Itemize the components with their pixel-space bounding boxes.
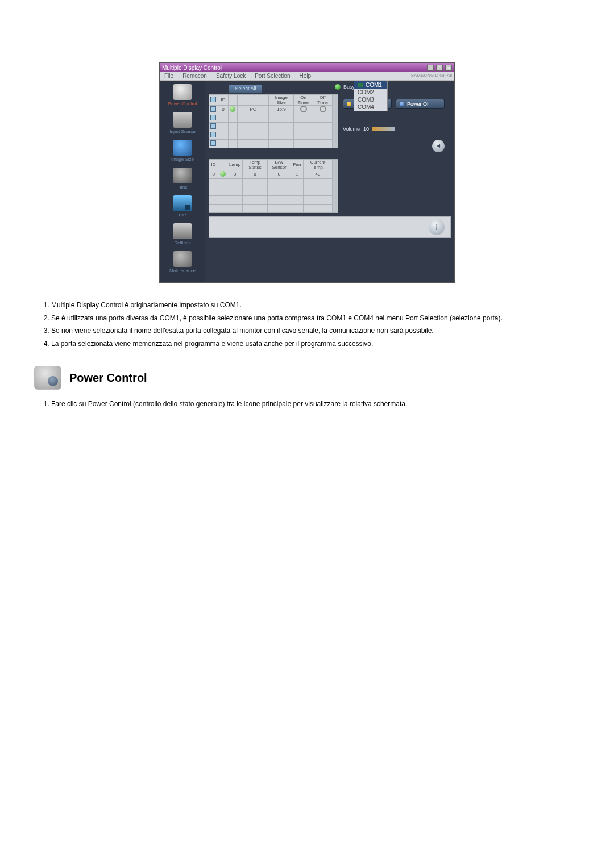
time-icon <box>173 168 192 183</box>
menu-port-selection[interactable]: Port Selection <box>250 72 294 80</box>
power-icon <box>173 84 192 100</box>
table-row <box>209 139 338 148</box>
sidebar-item-settings[interactable]: Settings <box>160 223 205 245</box>
col-fan: Fan <box>291 159 303 170</box>
maximize-button[interactable]: □ <box>436 65 443 71</box>
power-on-dot-icon <box>347 102 351 106</box>
col-id: ID <box>209 159 218 170</box>
port-option-com2[interactable]: COM2 <box>354 89 387 96</box>
sidebar-item-pip[interactable]: PIP <box>160 195 205 218</box>
cell-temp: 0 <box>242 170 268 178</box>
top-strip: Select All Busy <box>205 81 454 94</box>
cell-type: PC <box>237 105 269 114</box>
menu-safety-lock[interactable]: Safety Lock <box>211 72 250 80</box>
list-item: Se è utilizzata una porta diversa da COM… <box>51 313 580 324</box>
sidebar-item-power-control[interactable]: Power Control <box>160 84 205 106</box>
menu-remocon[interactable]: Remocon <box>178 72 211 80</box>
status-dot-icon <box>220 171 226 177</box>
status-grid: ID Lamp Temp Status B/W Sensor Fan Curre… <box>209 159 338 213</box>
select-all-column: Select All <box>205 81 280 94</box>
upper-area: ID Image Size On Timer Off Timer 0 <box>205 94 454 157</box>
sidebar-item-label: Time <box>160 185 205 190</box>
sidebar-item-input-source[interactable]: Input Source <box>160 112 205 134</box>
maintenance-icon <box>173 251 192 267</box>
sidebar-item-label: Image Size <box>160 157 205 162</box>
port-option-com3[interactable]: COM3 <box>354 96 387 103</box>
menu-file[interactable]: File <box>160 72 178 80</box>
cell-id: 0 <box>218 105 228 114</box>
on-timer-icon <box>300 106 307 112</box>
list-item: La porta selezionata viene memorizzata n… <box>51 339 580 349</box>
col-on-timer: On Timer <box>294 94 313 105</box>
scrollbar[interactable] <box>333 94 338 148</box>
section-notes: Fare clic su Power Control (controllo de… <box>51 399 580 410</box>
table-row: 0 PC 16:9 <box>209 105 338 114</box>
sidebar: Power Control Input Source Image Size Ti… <box>160 81 205 282</box>
info-button[interactable] <box>429 219 445 235</box>
grid-header-row: ID Lamp Temp Status B/W Sensor Fan Curre… <box>209 159 338 170</box>
sidebar-item-label: Input Source <box>160 129 205 134</box>
status-dot-icon <box>230 106 235 112</box>
input-source-icon <box>173 112 192 128</box>
main-area: Select All Busy ID <box>205 81 454 282</box>
busy-dot-icon <box>335 84 341 90</box>
table-row <box>209 187 338 195</box>
cell-cur: 49 <box>304 170 333 178</box>
sidebar-item-maintenance[interactable]: Maintenance <box>160 251 205 273</box>
sidebar-item-label: Power Control <box>160 101 205 106</box>
select-all-checkbox[interactable] <box>210 97 216 102</box>
sidebar-item-time[interactable]: Time <box>160 168 205 190</box>
power-off-dot-icon <box>400 102 404 106</box>
col-off-timer: Off Timer <box>313 94 333 105</box>
cell-id: 0 <box>209 170 218 178</box>
scrollbar[interactable] <box>332 159 338 212</box>
table-row <box>209 204 338 212</box>
cell-size: 16:9 <box>269 105 294 114</box>
content-row: Power Control Input Source Image Size Ti… <box>160 81 454 282</box>
row-checkbox[interactable] <box>210 140 216 146</box>
sidebar-item-label: Maintenance <box>160 268 205 273</box>
table-row <box>209 178 338 187</box>
row-checkbox[interactable] <box>210 115 216 120</box>
table-row <box>209 195 338 204</box>
sidebar-item-image-size[interactable]: Image Size <box>160 140 205 162</box>
port-selection-dropdown[interactable]: COM1 COM2 COM3 COM4 <box>354 81 388 111</box>
row-checkbox[interactable] <box>210 132 216 137</box>
table-row <box>209 114 338 122</box>
cell-fan: 1 <box>291 170 303 178</box>
notes-list: Multiple Display Control è originariamen… <box>51 300 580 349</box>
col-id: ID <box>218 94 228 105</box>
table-row: 0 0 0 0 1 49 <box>209 170 338 178</box>
port-option-com4[interactable]: COM4 <box>354 103 387 111</box>
col-current-temp: Current Temp. <box>304 159 333 170</box>
minimize-button[interactable]: _ <box>427 65 434 71</box>
table-row <box>209 131 338 139</box>
col-temp-status: Temp Status <box>242 159 268 170</box>
section-header: Power Control <box>34 366 580 390</box>
busy-label: Busy <box>343 84 355 90</box>
lower-grid-wrap: ID Lamp Temp Status B/W Sensor Fan Curre… <box>209 159 338 213</box>
window-title: Multiple Display Control <box>162 65 222 71</box>
power-control-icon <box>34 366 61 390</box>
volume-slider[interactable] <box>372 127 395 131</box>
screenshot-container: Multiple Display Control _ □ × File Remo… <box>34 62 580 283</box>
pip-icon <box>173 195 192 211</box>
titlebar: Multiple Display Control _ □ × <box>160 63 454 72</box>
row-checkbox[interactable] <box>210 106 216 112</box>
list-item: Se non viene selezionata il nome dell'es… <box>51 326 580 336</box>
speaker-button[interactable] <box>432 140 445 152</box>
upper-grid-wrap: ID Image Size On Timer Off Timer 0 <box>209 94 338 157</box>
select-all-button[interactable]: Select All <box>229 85 262 93</box>
cell-lamp: 0 <box>227 170 242 178</box>
close-button[interactable]: × <box>445 65 452 71</box>
volume-value: 10 <box>363 126 369 132</box>
row-checkbox[interactable] <box>210 123 216 129</box>
section-title: Power Control <box>69 372 147 385</box>
menu-help[interactable]: Help <box>294 72 316 80</box>
app-window: Multiple Display Control _ □ × File Remo… <box>159 62 455 283</box>
volume-label: Volume <box>343 126 360 132</box>
port-option-com1[interactable]: COM1 <box>354 81 387 89</box>
power-off-button[interactable]: Power Off <box>396 99 445 109</box>
window-controls: _ □ × <box>426 64 452 71</box>
settings-icon <box>173 223 192 239</box>
